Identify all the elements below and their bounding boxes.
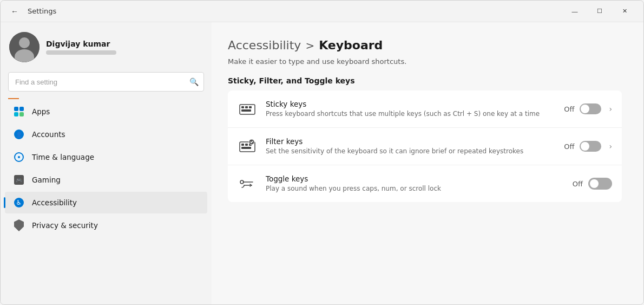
user-info: Digvijay kumar [46, 40, 116, 55]
sticky-keys-controls: Off › [564, 103, 612, 114]
sidebar: Digvijay kumar 🔍 Apps [1, 22, 212, 304]
svg-rect-1 [241, 106, 244, 108]
svg-rect-9 [241, 147, 251, 149]
filter-keys-desc: Set the sensitivity of the keyboard so i… [266, 147, 555, 156]
breadcrumb: Accessibility > Keyboard [228, 38, 622, 52]
svg-rect-4 [241, 109, 251, 112]
minimize-button[interactable]: — [562, 1, 587, 22]
sidebar-item-accessibility[interactable]: ♿ Accessibility [5, 192, 207, 213]
filter-keys-text: Filter keys Set the sensitivity of the k… [266, 137, 555, 156]
sticky-keys-chevron: › [609, 105, 612, 113]
content-area: Digvijay kumar 🔍 Apps [1, 22, 643, 304]
sticky-keys-icon [238, 99, 257, 119]
sidebar-item-label: Time & language [32, 153, 94, 161]
filter-keys-controls: Off › [564, 141, 612, 152]
sticky-keys-text: Sticky keys Press keyboard shortcuts tha… [266, 100, 555, 119]
user-name: Digvijay kumar [46, 40, 116, 48]
setting-toggle-keys[interactable]: Toggle keys Play a sound when you press … [228, 165, 622, 202]
toggle-keys-toggle[interactable] [588, 178, 612, 190]
sidebar-item-time[interactable]: Time & language [5, 146, 207, 168]
sticky-keys-toggle[interactable] [580, 103, 601, 114]
sidebar-item-label: Accounts [32, 130, 65, 139]
breadcrumb-parent: Accessibility [228, 38, 301, 52]
toggle-keys-title: Toggle keys [266, 174, 564, 183]
sticky-keys-title: Sticky keys [266, 100, 555, 108]
breadcrumb-current: Keyboard [319, 38, 383, 52]
titlebar-left: ← Settings [7, 4, 562, 19]
search-box: 🔍 [8, 72, 204, 92]
maximize-button[interactable]: ☐ [587, 1, 612, 22]
svg-rect-2 [245, 106, 248, 108]
filter-keys-icon [238, 137, 257, 156]
sidebar-item-label: Gaming [32, 176, 61, 184]
setting-sticky-keys[interactable]: Sticky keys Press keyboard shortcuts tha… [228, 90, 622, 128]
filter-keys-toggle[interactable] [580, 141, 601, 152]
sidebar-item-label: Apps [32, 107, 50, 116]
search-input[interactable] [8, 72, 204, 92]
sticky-keys-desc: Press keyboard shortcuts that use multip… [266, 109, 555, 119]
accessibility-icon: ♿ [14, 197, 24, 208]
svg-rect-7 [245, 144, 248, 146]
sidebar-item-privacy[interactable]: Privacy & security [5, 215, 207, 236]
toggle-keys-icon [238, 174, 257, 193]
page-description: Make it easier to type and use keyboard … [228, 57, 622, 66]
toggle-keys-state: Off [573, 180, 583, 188]
filter-keys-state: Off [564, 142, 574, 151]
close-button[interactable]: ✕ [612, 1, 637, 22]
sidebar-item-label: Privacy & security [32, 221, 98, 230]
toggle-keys-text: Toggle keys Play a sound when you press … [266, 174, 564, 193]
sidebar-item-apps[interactable]: Apps [5, 101, 207, 122]
breadcrumb-separator: > [305, 39, 314, 52]
settings-window: ← Settings — ☐ ✕ Digvijay kumar [0, 0, 644, 305]
sidebar-item-label: Accessibility [32, 198, 77, 207]
filter-keys-title: Filter keys [266, 137, 555, 146]
titlebar: ← Settings — ☐ ✕ [1, 1, 643, 22]
accounts-icon: 👤 [14, 129, 24, 140]
gaming-icon: 🎮 [14, 174, 24, 185]
svg-rect-3 [249, 106, 252, 108]
toggle-keys-desc: Play a sound when you press caps, num, o… [266, 184, 564, 193]
toggle-keys-controls: Off [573, 178, 612, 190]
user-email [46, 50, 116, 55]
settings-card: Sticky keys Press keyboard shortcuts tha… [228, 90, 622, 202]
window-controls: — ☐ ✕ [562, 1, 637, 22]
sticky-keys-state: Off [564, 105, 574, 113]
sidebar-item-gaming[interactable]: 🎮 Gaming [5, 169, 207, 191]
main-content: Accessibility > Keyboard Make it easier … [212, 22, 643, 304]
apps-icon [14, 106, 24, 117]
filter-keys-chevron: › [609, 142, 612, 151]
svg-rect-6 [241, 144, 244, 146]
avatar [9, 32, 40, 62]
section-title: Sticky, Filter, and Toggle keys [228, 76, 622, 85]
time-icon [14, 152, 24, 163]
privacy-icon [14, 220, 24, 231]
back-button[interactable]: ← [7, 4, 22, 19]
setting-filter-keys[interactable]: Filter keys Set the sensitivity of the k… [228, 128, 622, 165]
sidebar-item-accounts[interactable]: 👤 Accounts [5, 124, 207, 145]
user-profile: Digvijay kumar [1, 22, 212, 70]
search-icon: 🔍 [189, 77, 199, 86]
window-title: Settings [28, 7, 56, 15]
sidebar-accent-divider [8, 98, 19, 99]
